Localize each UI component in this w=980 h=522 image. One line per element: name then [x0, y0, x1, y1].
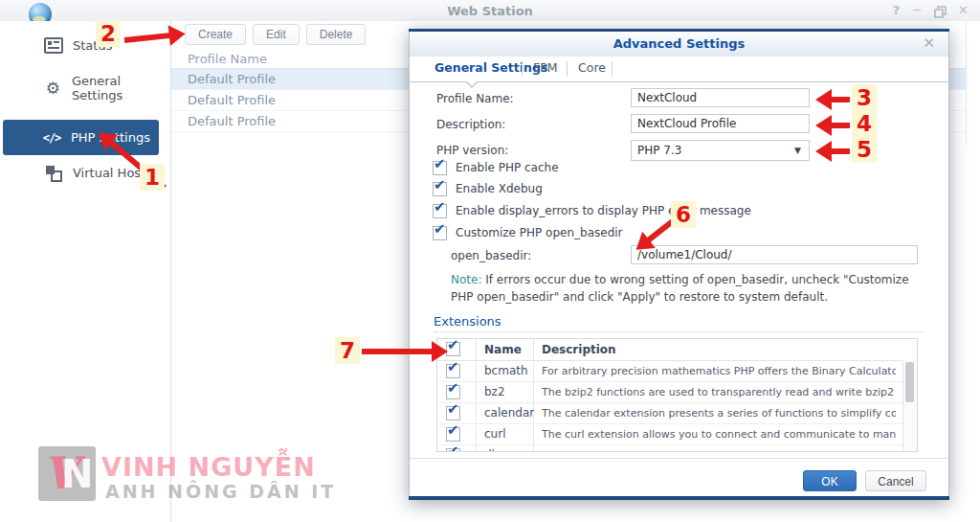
sidebar-item-general-settings[interactable]: ⚙ General Settings — [0, 74, 170, 102]
tab-core[interactable]: Core — [578, 57, 606, 81]
chevron-down-icon: ▼ — [794, 141, 801, 160]
help-icon[interactable]: ? — [893, 2, 901, 19]
row-checkbox[interactable]: ✔ — [446, 427, 460, 442]
open-basedir-label: open_basedir: — [451, 249, 531, 262]
php-version-value: PHP 7.3 — [637, 144, 681, 157]
row-checkbox[interactable]: ✔ — [446, 385, 460, 399]
note-label: Note: — [451, 273, 481, 286]
extension-row[interactable]: ✔ dba These functions build the foundati… — [437, 445, 917, 452]
extensions-divider — [434, 331, 924, 332]
checkbox-customize-open-basedir[interactable]: ✔ Customize PHP open_basedir — [433, 226, 623, 240]
dialog-header[interactable]: Advanced Settings ✕ — [410, 32, 948, 57]
check-icon: ✔ — [447, 338, 459, 353]
virtual-host-icon — [46, 166, 61, 180]
annotation-number-7: 7 — [335, 337, 360, 364]
watermark-logo: V N — [38, 446, 96, 501]
checkbox-enable-display-errors[interactable]: ✔ Enable display_errors to display PHP e… — [433, 204, 751, 218]
create-button[interactable]: Create — [185, 24, 246, 45]
check-icon: ✔ — [434, 220, 446, 238]
extension-row[interactable]: ✔ bcmath For arbitrary precision mathema… — [437, 361, 917, 382]
annotation-number-1: 1 — [140, 164, 165, 191]
dialog-title: Advanced Settings — [410, 32, 948, 56]
select-all-checkbox[interactable]: ✔ — [446, 342, 460, 356]
extension-row[interactable]: ✔ calendar The calendar extension presen… — [437, 403, 917, 424]
extensions-table-header: ✔ Name Description — [437, 339, 917, 361]
annotation-number-4: 4 — [852, 110, 877, 137]
close-icon[interactable]: ✕ — [923, 34, 935, 52]
annotation-number-6: 6 — [671, 201, 696, 228]
scrollbar-thumb[interactable] — [905, 362, 914, 402]
toolbar: Create Edit Delete — [185, 24, 366, 45]
description-input[interactable] — [631, 114, 810, 133]
row-checkbox[interactable]: ✔ — [446, 364, 460, 378]
note-text: Note: If errors occur due to wrong setti… — [451, 271, 929, 306]
sidebar-item-label: Virtual Host — [73, 166, 145, 180]
extensions-scrollbar[interactable] — [902, 360, 917, 451]
annotation-number-3: 3 — [852, 84, 877, 111]
description-label: Description: — [436, 118, 505, 131]
profile-name-label: Profile Name: — [436, 92, 514, 105]
open-basedir-input[interactable] — [631, 245, 918, 264]
dialog-bottom-border — [409, 496, 949, 500]
check-icon: ✔ — [434, 176, 446, 193]
annotation-number-2: 2 — [96, 20, 121, 47]
titlebar: Web Station ? ─ ✕ — [0, 0, 980, 21]
ok-button[interactable]: OK — [803, 470, 857, 491]
footer-divider — [410, 458, 948, 459]
window-title: Web Station — [0, 4, 980, 18]
status-icon — [44, 37, 63, 54]
extensions-title: Extensions — [434, 314, 501, 329]
check-icon: ✔ — [434, 198, 446, 216]
column-header-name[interactable]: Name — [477, 339, 522, 360]
delete-button[interactable]: Delete — [306, 24, 367, 45]
row-checkbox[interactable]: ✔ — [446, 448, 460, 452]
column-header-description[interactable]: Description — [534, 339, 616, 360]
php-version-label: PHP version: — [436, 144, 508, 157]
extensions-table: ✔ Name Description ✔ bcmath For arbitrar… — [436, 338, 918, 452]
row-checkbox[interactable]: ✔ — [446, 406, 460, 420]
annotation-number-5: 5 — [852, 136, 877, 163]
check-icon: ✔ — [434, 155, 446, 172]
restore-icon[interactable] — [934, 6, 945, 16]
web-station-window: Web Station ? ─ ✕ Status ⚙ General Setti… — [0, 0, 980, 522]
profile-name-input[interactable] — [631, 88, 810, 107]
tab-fpm[interactable]: FPM — [533, 57, 558, 81]
gear-icon: ⚙ — [46, 80, 60, 97]
watermark-line1: VINH NGUYỄN — [101, 452, 316, 482]
watermark-line2: ANH NÔNG DÂN IT — [105, 481, 336, 502]
dialog-tabbar: General Settings FPM Core — [410, 57, 948, 82]
sidebar-item-php-settings[interactable]: </> PHP Settings — [3, 120, 159, 155]
table-right-edge — [966, 21, 967, 146]
php-version-select[interactable]: PHP 7.3 ▼ — [631, 140, 810, 161]
minimize-icon[interactable]: ─ — [913, 2, 921, 19]
extension-row[interactable]: ✔ bz2 The bzip2 functions are used to tr… — [437, 382, 917, 403]
sidebar-item-label: General Settings — [72, 74, 170, 102]
close-window-icon[interactable]: ✕ — [958, 2, 969, 19]
checkbox-enable-php-cache[interactable]: ✔ Enable PHP cache — [433, 161, 559, 175]
tab-general-settings[interactable]: General Settings — [434, 57, 547, 81]
cancel-button[interactable]: Cancel — [865, 470, 926, 491]
edit-button[interactable]: Edit — [253, 24, 300, 45]
code-icon: </> — [43, 131, 61, 145]
extension-row[interactable]: ✔ curl The curl extension allows you to … — [437, 424, 917, 445]
checkbox-enable-xdebug[interactable]: ✔ Enable Xdebug — [433, 182, 543, 196]
